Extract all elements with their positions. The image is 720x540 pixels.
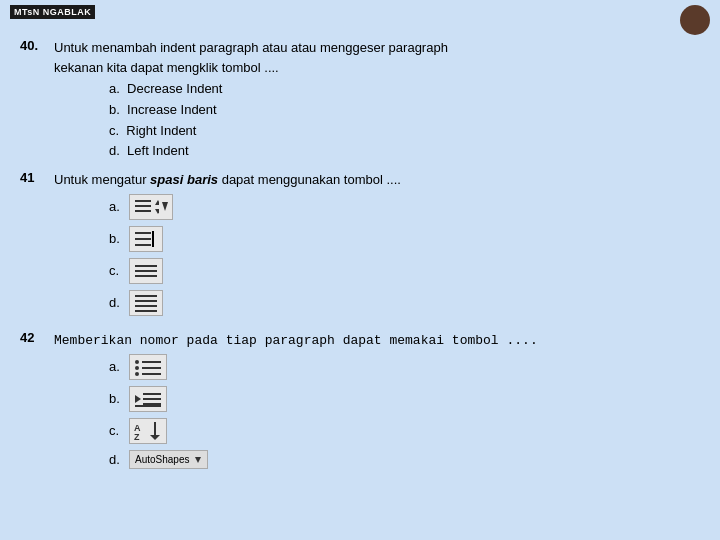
svg-marker-32 <box>195 457 201 463</box>
q42-icon-a <box>129 354 167 380</box>
q41-icon-a <box>129 194 173 220</box>
q41-text: Untuk mengatur spasi baris dapat menggun… <box>54 170 700 190</box>
q40-option-b: b. Increase Indent <box>109 100 700 121</box>
page: MTsN NGABLAK 40. Untuk menambah indent p… <box>0 0 720 540</box>
q41-body: Untuk mengatur spasi baris dapat menggun… <box>54 170 700 322</box>
q41-icon-options: a. <box>109 194 700 322</box>
svg-point-21 <box>135 372 139 376</box>
avatar <box>680 5 710 35</box>
q40-option-d: d. Left Indent <box>109 141 700 162</box>
q40-option-a: a. Decrease Indent <box>109 79 700 100</box>
question-42: 42 Memberikan nomor pada tiap paragraph … <box>20 330 700 476</box>
q41-option-b-row: b. <box>109 226 700 252</box>
four-lines-icon <box>133 293 159 313</box>
q41-text-italic: spasi baris <box>150 172 218 187</box>
autoshapes-label: AutoShapes <box>135 452 190 467</box>
svg-marker-31 <box>150 435 160 440</box>
svg-point-17 <box>135 360 139 364</box>
az-sort-icon: A Z <box>133 421 163 441</box>
q42-option-c-row: c. A Z <box>109 418 700 444</box>
svg-marker-5 <box>162 202 168 211</box>
q41-text-suffix: dapat menggunakan tombol .... <box>218 172 401 187</box>
q41-option-d-row: d. <box>109 290 700 316</box>
q41-label-d: d. <box>109 293 129 313</box>
q42-number: 42 <box>20 330 48 345</box>
q41-number: 41 <box>20 170 48 185</box>
line-spacing-cursor-icon <box>133 229 159 249</box>
q42-label-b: b. <box>109 389 129 409</box>
q42-text: Memberikan nomor pada tiap paragraph dap… <box>54 330 700 351</box>
q42-icon-options: a. <box>109 354 700 476</box>
q42-option-d-row: d. AutoShapes <box>109 450 700 470</box>
question-40: 40. Untuk menambah indent paragraph atau… <box>20 38 700 162</box>
autoshapes-button[interactable]: AutoShapes <box>129 450 208 469</box>
q42-label-d: d. <box>109 450 129 470</box>
q42-option-a-row: a. <box>109 354 700 380</box>
increase-indent-icon <box>133 389 163 409</box>
q41-option-c-row: c. <box>109 258 700 284</box>
content: 40. Untuk menambah indent paragraph atau… <box>15 38 705 476</box>
three-lines-icon <box>133 261 159 281</box>
q40-number: 40. <box>20 38 48 53</box>
q42-label-a: a. <box>109 357 129 377</box>
right-indent-label: Right Indent <box>126 123 196 138</box>
q40-option-c: c. Right Indent <box>109 121 700 142</box>
q41-icon-d <box>129 290 163 316</box>
q40-text: Untuk menambah indent paragraph atau ata… <box>54 38 700 77</box>
q42-icon-c: A Z <box>129 418 167 444</box>
svg-text:Z: Z <box>134 432 140 441</box>
q40-text-part2: kekanan kita dapat mengklik tombol .... <box>54 60 279 75</box>
q42-text-content: Memberikan nomor pada tiap paragraph dap… <box>54 333 538 348</box>
q42-label-c: c. <box>109 421 129 441</box>
svg-point-19 <box>135 366 139 370</box>
autoshapes-dropdown-icon <box>194 456 202 464</box>
dropdown-arrow-icon <box>161 201 169 213</box>
bullet-list-icon <box>133 357 163 377</box>
q41-icon-c <box>129 258 163 284</box>
header-logo: MTsN NGABLAK <box>10 5 95 19</box>
q42-icon-b <box>129 386 167 412</box>
question-41: 41 Untuk mengatur spasi baris dapat meng… <box>20 170 700 322</box>
q40-text-part1: Untuk menambah indent paragraph atau ata… <box>54 40 448 55</box>
q41-label-a: a. <box>109 197 129 217</box>
svg-marker-3 <box>155 200 159 205</box>
q42-option-b-row: b. <box>109 386 700 412</box>
q41-icon-b <box>129 226 163 252</box>
q41-text-prefix: Untuk mengatur <box>54 172 150 187</box>
svg-marker-23 <box>135 395 141 403</box>
q40-body: Untuk menambah indent paragraph atau ata… <box>54 38 700 162</box>
q41-label-b: b. <box>109 229 129 249</box>
svg-marker-4 <box>155 209 159 214</box>
q40-options: a. Decrease Indent b. Increase Indent c.… <box>109 79 700 162</box>
line-spacing-dropdown-icon <box>133 197 159 217</box>
q41-option-a-row: a. <box>109 194 700 220</box>
q41-label-c: c. <box>109 261 129 281</box>
q42-body: Memberikan nomor pada tiap paragraph dap… <box>54 330 700 476</box>
